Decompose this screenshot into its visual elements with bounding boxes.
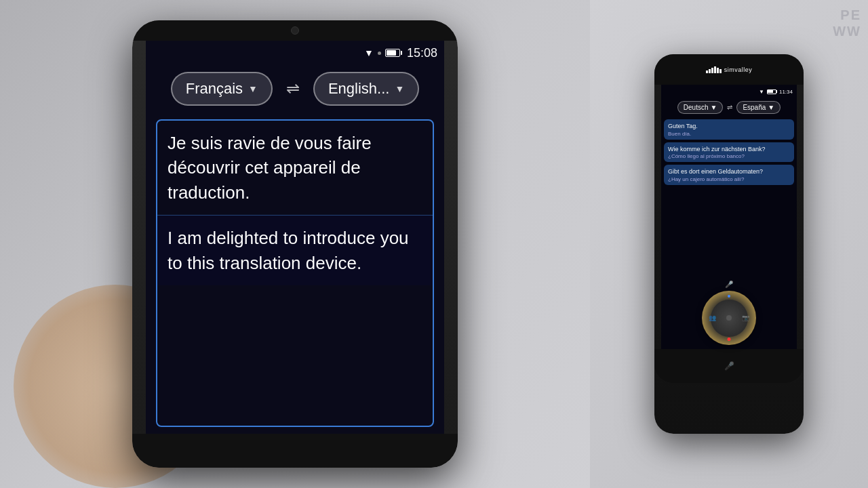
small-source-dropdown-icon: ▼	[710, 104, 717, 111]
small-time-display: 11:34	[779, 89, 793, 95]
chat-primary-1: Guten Tag.	[668, 122, 790, 131]
simvalley-bars-icon	[706, 66, 722, 73]
small-phone-bottom: 🎤	[654, 349, 804, 383]
small-phone-device: simvalley ▼ 11:34 Deutsch ▼ ⇌ España	[654, 54, 804, 434]
chat-bubble-1: Guten Tag. Buen día.	[664, 119, 794, 140]
left-side-icon: 👥	[709, 314, 716, 321]
bar2	[709, 69, 711, 73]
battery-icon	[385, 49, 400, 57]
small-language-selector-row: Deutsch ▼ ⇌ España ▼	[661, 98, 797, 117]
right-side-icon: 📷	[742, 314, 749, 321]
small-source-language-button[interactable]: Deutsch ▼	[677, 101, 724, 114]
small-battery-fill	[768, 90, 773, 93]
source-dropdown-icon: ▼	[248, 83, 258, 94]
left-panel: ▼ 15:08 Français ▼ ⇌ English... ▼	[0, 0, 590, 488]
large-phone-bottom	[132, 434, 458, 468]
watermark-line2: WW	[833, 23, 861, 39]
bar4	[714, 66, 716, 73]
small-status-bar: ▼ 11:34	[661, 85, 797, 98]
source-text: Je suis ravie de vous faire découvrir ce…	[167, 133, 372, 203]
watermark-line1: PE	[833, 7, 861, 23]
bar3	[711, 68, 713, 73]
language-selector-row: Français ▼ ⇌ English... ▼	[146, 65, 444, 113]
wifi-icon: ▼	[364, 47, 374, 58]
dial-area: 🎤 👥 📷	[661, 277, 797, 349]
chat-secondary-1: Buen día.	[668, 131, 790, 137]
small-target-language-button[interactable]: España ▼	[736, 101, 781, 114]
watermark: PE WW	[833, 7, 861, 39]
side-icons-row: 👥 📷	[702, 314, 756, 321]
target-dropdown-icon: ▼	[395, 83, 404, 94]
right-panel: PE WW simvalley ▼	[590, 0, 868, 488]
target-language-button[interactable]: English... ▼	[313, 72, 419, 106]
bar6	[719, 69, 722, 73]
chat-bubble-2: Wie komme ich zur nächsten Bank? ¿Cómo l…	[664, 142, 794, 163]
small-source-language-label: Deutsch	[684, 104, 709, 111]
source-language-label: Français	[186, 80, 243, 98]
front-camera	[291, 26, 299, 35]
simvalley-logo: simvalley	[706, 66, 753, 73]
translation-box: Je suis ravie de vous faire découvrir ce…	[156, 119, 434, 427]
source-language-button[interactable]: Français ▼	[171, 72, 273, 106]
small-wifi-icon: ▼	[759, 89, 764, 95]
chat-secondary-3: ¿Hay un cajero automático allí?	[668, 176, 790, 182]
chat-bubble-3: Gibt es dort einen Geldautomaten? ¿Hay u…	[664, 165, 794, 185]
chat-secondary-2: ¿Cómo llego al próximo banco?	[668, 153, 790, 159]
bar1	[706, 70, 708, 73]
large-phone-device: ▼ 15:08 Français ▼ ⇌ English... ▼	[132, 20, 458, 468]
dial-blue-indicator	[728, 295, 730, 298]
signal-dot	[378, 52, 381, 55]
chat-area: Guten Tag. Buen día. Wie komme ich zur n…	[661, 117, 797, 277]
small-phone-top: simvalley	[654, 54, 804, 85]
dial-red-dot	[728, 338, 731, 341]
large-status-bar: ▼ 15:08	[146, 41, 444, 65]
small-swap-icon[interactable]: ⇌	[727, 104, 732, 111]
translation-source-section: Je suis ravie de vous faire découvrir ce…	[157, 121, 433, 216]
chat-primary-3: Gibt es dort einen Geldautomaten?	[668, 167, 790, 176]
mic-top-icon: 🎤	[725, 281, 733, 288]
target-text: I am delighted to introduce you to this …	[167, 228, 409, 272]
target-language-label: English...	[328, 80, 390, 98]
time-display: 15:08	[407, 46, 437, 60]
large-phone-screen: ▼ 15:08 Français ▼ ⇌ English... ▼	[146, 41, 444, 434]
dial-container: 👥 📷	[702, 291, 756, 345]
small-phone-screen: ▼ 11:34 Deutsch ▼ ⇌ España ▼	[661, 85, 797, 349]
battery-fill	[387, 50, 396, 56]
large-phone-top	[132, 20, 458, 41]
brand-name: simvalley	[724, 66, 753, 73]
small-battery-icon	[767, 89, 776, 94]
swap-languages-icon[interactable]: ⇌	[286, 79, 300, 98]
small-target-language-label: España	[743, 104, 766, 111]
translation-target-section: I am delighted to introduce you to this …	[157, 216, 433, 285]
bottom-mic-icon: 🎤	[724, 361, 734, 371]
bar5	[717, 68, 719, 73]
small-target-dropdown-icon: ▼	[768, 104, 774, 111]
chat-primary-2: Wie komme ich zur nächsten Bank?	[668, 145, 790, 154]
